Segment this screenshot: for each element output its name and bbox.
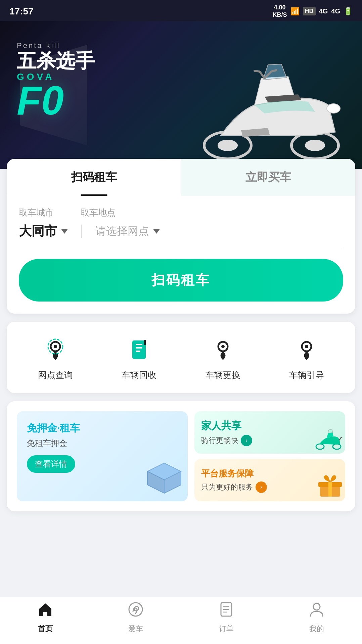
recycle-label: 车辆回收 [122,369,156,381]
point-selector[interactable]: 请选择网点 [95,224,160,239]
wifi-icon: 📶 [290,7,300,16]
tab-header: 扫码租车 立即买车 [7,159,355,196]
hero-model: F0 [17,82,95,119]
hero-title-cn: 五杀选手 [17,50,95,72]
promo-family-share[interactable]: 家人共享 骑行更畅快 › [194,411,345,454]
scan-rent-button[interactable]: 扫码租车 [19,259,343,302]
svg-point-21 [316,444,324,449]
service-replace[interactable]: 车辆更换 [206,334,240,381]
status-icons: 4.00KB/S 📶 HD 4G 4G 🔋 [273,4,353,18]
svg-rect-10 [136,347,142,349]
family-scooter-icon [313,427,344,452]
nav-bike[interactable]: 爱车 [91,601,181,634]
promo-detail-button[interactable]: 查看详情 [27,455,75,473]
svg-point-4 [327,104,340,113]
bottom-spacer [7,519,355,573]
tab-card: 扫码租车 立即买车 取车城市 取车地点 大同市 请选择网点 [7,159,355,314]
battery-icon: 🔋 [344,7,353,16]
orders-icon [218,601,235,622]
city-value: 大同市 [19,223,57,240]
bottom-nav: 首页 爱车 订单 我的 [0,597,362,644]
service-grid: 网点查询 车辆回收 车辆更换 [7,322,355,393]
replace-icon [208,334,238,364]
replace-label: 车辆更换 [206,369,240,381]
nav-home[interactable]: 首页 [0,601,91,634]
city-dropdown-arrow-icon [61,229,68,234]
hero-text: Penta kill 五杀选手 GOVA F0 [17,41,95,119]
promo-service-arrow-icon: › [256,481,267,493]
status-time: 17:57 [9,6,34,17]
point-label: 取车地点 [81,207,116,219]
bike-icon [127,601,144,622]
home-label: 首页 [38,624,53,634]
speed-indicator: 4.00KB/S [273,4,287,18]
mine-icon [308,601,325,622]
bike-label: 爱车 [128,624,143,634]
tab-scan-rent[interactable]: 扫码租车 [7,159,181,196]
nav-mine[interactable]: 我的 [272,601,362,634]
outlets-icon [40,334,71,364]
promo-service-guarantee[interactable]: 平台服务保障 只为更好的服务 › [194,459,345,501]
service-gift-icon [317,475,344,500]
city-label: 取车城市 [19,207,54,219]
main-content: 扫码租车 立即买车 取车城市 取车地点 大同市 请选择网点 [0,159,362,573]
service-guide[interactable]: 车辆引导 [289,334,324,381]
svg-point-3 [305,140,325,151]
scooter-illustration [187,45,355,162]
svg-rect-12 [144,340,146,345]
promo-no-deposit[interactable]: 免押金·租车 免租车押金 查看详情 [17,411,188,501]
selector-divider [81,225,82,238]
svg-rect-26 [43,612,47,616]
hero-subtitle: Penta kill [17,41,95,50]
svg-rect-8 [132,340,146,359]
svg-point-16 [305,345,308,348]
svg-rect-9 [136,344,142,345]
point-dropdown-arrow-icon [153,229,160,234]
promo-section: 免押金·租车 免租车押金 查看详情 家人共享 骑行更畅快 › [7,401,355,511]
nav-orders[interactable]: 订单 [181,601,272,634]
svg-point-14 [221,345,225,348]
location-labels: 取车城市 取车地点 [19,207,343,219]
service-outlets[interactable]: 网点查询 [38,334,73,381]
hd-icon: HD [303,7,316,15]
recycle-icon [124,334,154,364]
mine-label: 我的 [309,624,324,634]
promo-no-deposit-sub: 免租车押金 [27,438,178,449]
guide-label: 车辆引导 [289,369,324,381]
point-placeholder: 请选择网点 [95,224,149,239]
svg-point-22 [333,444,341,449]
svg-rect-11 [136,351,140,352]
signal-4g-1-icon: 4G [319,7,328,15]
svg-point-33 [313,603,320,610]
service-recycle[interactable]: 车辆回收 [122,334,156,381]
hero-banner: Penta kill 五杀选手 GOVA F0 [0,21,362,169]
location-selectors: 大同市 请选择网点 [19,223,343,248]
svg-rect-25 [328,482,332,497]
promo-no-deposit-title: 免押金·租车 [27,421,178,435]
svg-point-27 [129,603,142,616]
home-icon [37,601,54,622]
tab-body: 取车城市 取车地点 大同市 请选择网点 扫码租车 [7,196,355,314]
outlets-label: 网点查询 [38,369,73,381]
promo-right-column: 家人共享 骑行更畅快 › [194,411,345,501]
status-bar: 17:57 4.00KB/S 📶 HD 4G 4G 🔋 [0,0,362,21]
city-selector[interactable]: 大同市 [19,223,68,240]
orders-label: 订单 [219,624,234,634]
signal-4g-2-icon: 4G [331,7,340,15]
svg-point-2 [218,140,238,151]
tab-buy-now[interactable]: 立即买车 [181,159,355,196]
guide-icon [291,334,322,364]
promo-family-arrow-icon: › [241,435,252,446]
svg-point-28 [134,608,137,611]
svg-point-6 [54,345,57,348]
promo-cube-decoration [146,461,183,496]
